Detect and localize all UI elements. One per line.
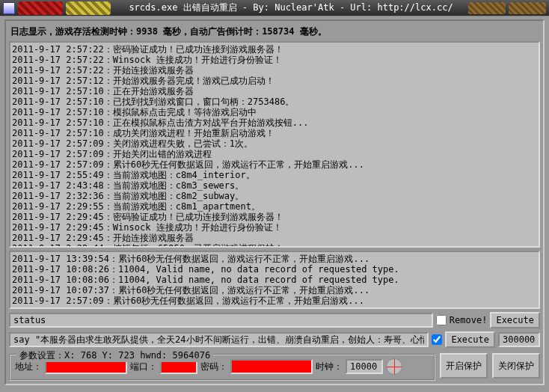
window-title: srcds.exe 出错自动重启 - By: Nuclear'Atk - Url…	[117, 1, 465, 14]
command-input-1[interactable]	[9, 313, 433, 328]
pwd-input[interactable]	[230, 359, 313, 374]
status-clock: 9938	[136, 26, 158, 37]
titlebar-decoration-left1	[18, 1, 63, 15]
legend-y-label: Y:	[96, 350, 118, 361]
titlebar-decoration-left2	[66, 1, 111, 15]
status-unit2: 毫秒。	[295, 26, 327, 37]
status-unit1: 毫秒，自动广告倒计时：	[158, 26, 262, 37]
log-line: 2011-9-17 10:08:06：11004, Valid name, no…	[12, 275, 537, 285]
legend-hwnd-value: 5964076	[173, 350, 211, 361]
log-line: 2011-9-17 2:57:10：已找到找到游戏窗口，窗口句柄：2753486…	[12, 97, 537, 107]
log-line: 2011-9-17 2:57:10：正在模拟鼠标点击渣方对战平台开始游戏按钮..…	[12, 117, 537, 128]
clock-label: 时钟：	[316, 361, 343, 373]
log-line: 2011-9-17 2:57:09：关闭游戏进程失败，已尝试：1次。	[12, 138, 537, 149]
log-line: 2011-9-17 2:57:09：累计60秒无任何数据返回，游戏运行不正常，开…	[12, 295, 537, 306]
log-line: 2011-9-17 2:57:10：正在开始游戏服务器	[12, 86, 537, 97]
log-line: 2011-9-17 2:57:09：开始关闭出错的游戏进程	[12, 149, 537, 159]
log-line: 2011-9-17 2:43:48：当前游戏地图：c8m3_sewers。	[12, 180, 537, 191]
pwd-label: 密码：	[200, 361, 227, 373]
log-line: 2011-9-17 2:32:36：当前游戏地图：c8m2_subway。	[12, 191, 537, 201]
params-legend: 参数设置：X: 768 Y: 723 hwnd: 5964076	[16, 349, 213, 362]
stop-protect-button[interactable]: 关闭保护	[492, 353, 540, 379]
log-line: 2011-9-17 2:57:22：开始连接游戏服务器	[12, 65, 537, 76]
titlebar-decoration-right1	[468, 2, 506, 14]
remove-checkbox[interactable]	[436, 315, 447, 325]
main-log[interactable]: 2011-9-17 2:57:22：密码验证成功！已成功连接到游戏服务器！201…	[9, 41, 540, 248]
status-label: 日志显示，游戏存活检测时钟：	[10, 26, 136, 37]
log-line: 2011-9-17 10:07:37：累计60秒无任何数据返回，游戏运行不正常，…	[12, 285, 537, 295]
command-row-1: Remove! Execute	[9, 312, 540, 328]
main-frame: 日志显示，游戏存活检测时钟：9938 毫秒，自动广告倒计时：158734 毫秒。…	[4, 19, 545, 385]
legend-y-value: 723	[118, 350, 135, 361]
titlebar: srcds.exe 出错自动重启 - By: Nuclear'Atk - Url…	[0, 0, 549, 16]
execute-button-1[interactable]: Execute	[490, 312, 540, 328]
clock-input[interactable]	[346, 359, 383, 374]
addr-label: 地址：	[15, 361, 42, 373]
command-input-2[interactable]	[9, 332, 429, 347]
log-line: 2011-9-17 2:57:22：密码验证成功！已成功连接到游戏服务器！	[12, 44, 537, 55]
log-line: 2011-9-17 2:29:55：当前游戏地图：c8m1_apartment。	[12, 201, 537, 212]
log-line: 2011-9-17 13:39:54：累计60秒无任何数据返回，游戏运行不正常，…	[12, 254, 537, 264]
log-line: 2011-9-17 2:57:22：Winsock 连接成功！开始进行身份验证！	[12, 55, 537, 65]
log-line: 2011-9-17 2:57:09：累计60秒无任何数据返回，游戏运行不正常，开…	[12, 159, 537, 170]
execute-button-2[interactable]: Execute	[445, 331, 495, 348]
log-line: 2011-9-17 2:57:12：开始游戏服务器完成！游戏已成功启动！	[12, 76, 537, 86]
log-line: 2011-9-17 10:08:26：11004, Valid name, no…	[12, 264, 537, 275]
log-line: 2011-9-17 2:29:45：Winsock 连接成功！开始进行身份验证！	[12, 222, 537, 233]
legend-hwnd-label: hwnd:	[135, 350, 173, 361]
log-line: 2011-9-17 2:57:10：模拟鼠标点击完成！等待游戏启动中	[12, 107, 537, 117]
params-fieldset: 参数设置：X: 768 Y: 723 hwnd: 5964076 地址： 端口：…	[9, 354, 435, 381]
log-line: 2011-9-17 2:55:49：当前游戏地图：c8m4_interior。	[12, 170, 537, 180]
legend-x-value: 768	[81, 350, 97, 361]
remove-label: Remove!	[450, 315, 488, 325]
interval-input[interactable]	[498, 332, 540, 347]
status-line: 日志显示，游戏存活检测时钟：9938 毫秒，自动广告倒计时：158734 毫秒。	[9, 24, 540, 41]
execute-checkbox[interactable]	[432, 334, 442, 345]
target-icon[interactable]	[386, 358, 402, 375]
status-adcount: 158734	[262, 26, 294, 37]
legend-x-label: 参数设置：X:	[19, 350, 81, 361]
start-protect-button[interactable]: 开启保护	[440, 353, 488, 379]
error-log[interactable]: 2011-9-17 13:39:54：累计60秒无任何数据返回，游戏运行不正常，…	[9, 251, 540, 309]
app-icon	[3, 2, 15, 14]
log-line: 2011-9-17 2:57:10：成功关闭游戏进程！开始重新启动游戏！	[12, 128, 537, 138]
command-row-2: Execute	[9, 331, 540, 348]
port-label: 端口：	[130, 361, 157, 373]
log-line: 2011-9-17 2:29:45：密码验证成功！已成功连接到游戏服务器！	[12, 212, 537, 222]
titlebar-decoration-right2	[509, 2, 546, 14]
log-line: 2011-9-17 2:29:44：按钮句柄：65950，已开启游戏进程保护！	[12, 243, 537, 248]
log-line: 2011-9-17 2:29:45：开始连接游戏服务器	[12, 233, 537, 243]
